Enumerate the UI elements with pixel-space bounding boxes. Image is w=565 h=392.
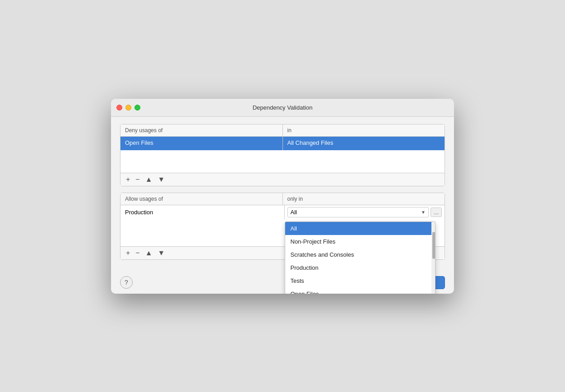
allow-right-cell: All Non-Project Files Scratches and Cons…	[285, 205, 445, 219]
allow-left-cell[interactable]: Production	[120, 205, 285, 219]
dropdown-list: All Non-Project Files Scratches and Cons…	[285, 221, 436, 294]
deny-down-button[interactable]: ▼	[157, 176, 166, 183]
allow-list-row-with-dropdown: Production All Non-Project Files Scratch…	[120, 205, 445, 219]
allow-section-header: Allow usages of only in	[120, 193, 445, 205]
allow-col2-header: only in	[283, 193, 445, 205]
allow-remove-button[interactable]: −	[134, 249, 140, 257]
dialog-body: Deny usages of in Open Files All Changed…	[111, 117, 454, 273]
help-button[interactable]: ?	[120, 276, 133, 289]
allow-left-label: Production	[125, 209, 153, 216]
dropdown-item-open-files[interactable]: Open Files	[285, 287, 435, 294]
close-button[interactable]	[116, 105, 122, 111]
deny-up-button[interactable]: ▲	[144, 176, 153, 183]
dropdown-item-production[interactable]: Production	[285, 261, 435, 274]
dropdown-item-tests[interactable]: Tests	[285, 274, 435, 287]
deny-add-button[interactable]: +	[125, 176, 131, 183]
allow-dropdown-select[interactable]: All Non-Project Files Scratches and Cons…	[287, 207, 429, 217]
allow-list: Production All Non-Project Files Scratch…	[120, 205, 445, 246]
minimize-button[interactable]	[125, 105, 131, 111]
dropdown-item-scratches[interactable]: Scratches and Consoles	[285, 248, 435, 261]
deny-col1-header: Deny usages of	[120, 125, 283, 136]
scrollbar-thumb	[432, 232, 435, 259]
deny-list: Open Files All Changed Files	[120, 137, 445, 173]
titlebar: Dependency Validation	[111, 99, 454, 117]
dropdown-scrollbar[interactable]	[431, 222, 435, 294]
ellipsis-button[interactable]: ...	[431, 208, 442, 217]
deny-section-header: Deny usages of in	[120, 125, 445, 137]
deny-col2-header: in	[283, 125, 445, 136]
deny-left-cell: Open Files	[120, 137, 283, 150]
deny-list-row-selected[interactable]: Open Files All Changed Files	[120, 137, 445, 150]
dependency-validation-dialog: Dependency Validation Deny usages of in …	[111, 99, 454, 294]
maximize-button[interactable]	[134, 105, 140, 111]
window-controls	[116, 105, 140, 111]
deny-section-panel: Deny usages of in Open Files All Changed…	[120, 124, 445, 186]
allow-col1-header: Allow usages of	[120, 193, 283, 205]
deny-right-cell: All Changed Files	[283, 137, 445, 150]
dropdown-item-non-project[interactable]: Non-Project Files	[285, 235, 435, 248]
deny-remove-button[interactable]: −	[134, 176, 140, 183]
dialog-title: Dependency Validation	[253, 104, 313, 111]
deny-toolbar: + − ▲ ▼	[120, 173, 445, 186]
allow-down-button[interactable]: ▼	[157, 249, 166, 257]
allow-add-button[interactable]: +	[125, 249, 131, 257]
dropdown-item-all[interactable]: All	[285, 222, 435, 235]
allow-up-button[interactable]: ▲	[144, 249, 153, 257]
allow-section-panel: Allow usages of only in Production All N…	[120, 193, 445, 260]
